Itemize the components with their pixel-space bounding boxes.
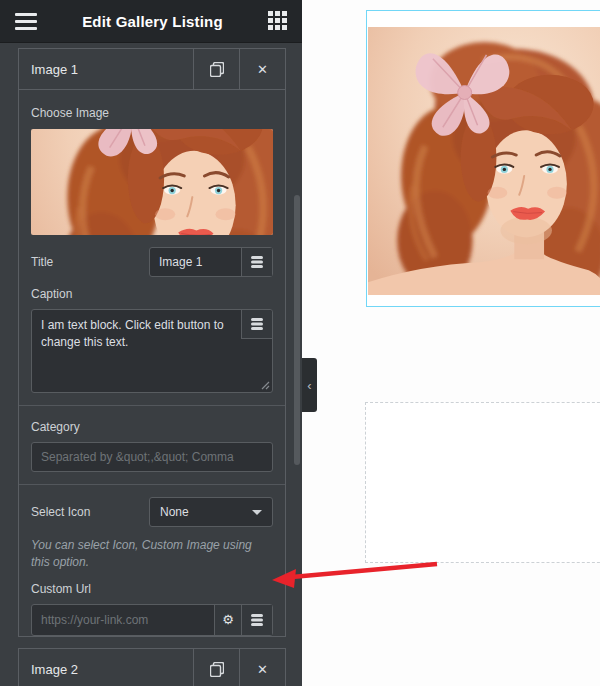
dynamic-tags-glyph: [251, 614, 263, 626]
select-icon-label: Select Icon: [31, 505, 90, 519]
custom-url-label: Custom Url: [31, 582, 273, 596]
chosen-image-thumbnail[interactable]: [31, 129, 273, 235]
title-label: Title: [31, 255, 53, 269]
empty-section-placeholder[interactable]: [365, 402, 600, 563]
remove-item-button[interactable]: ✕: [239, 49, 285, 89]
repeater-item-title[interactable]: Image 1: [19, 49, 193, 89]
title-field: [149, 247, 273, 277]
selected-section-outline[interactable]: [366, 10, 600, 307]
duplicate-icon: [210, 662, 224, 677]
dynamic-tags-icon[interactable]: [241, 605, 272, 635]
editor-panel: Edit Gallery Listing Image 1 ✕ Choose Im…: [0, 0, 302, 686]
caption-textarea[interactable]: I am text block. Click edit button to ch…: [31, 309, 273, 393]
panel-collapse-handle[interactable]: ‹: [302, 358, 317, 412]
close-icon: ✕: [257, 62, 268, 77]
caption-label: Caption: [31, 287, 273, 301]
repeater-item-body: Choose Image Title Caption I am text blo…: [19, 106, 285, 636]
category-label: Category: [31, 420, 273, 434]
close-icon: ✕: [257, 662, 268, 677]
link-options-button[interactable]: ⚙: [214, 605, 241, 635]
duplicate-item-button[interactable]: [193, 649, 239, 686]
duplicate-item-button[interactable]: [193, 49, 239, 89]
section-divider: [19, 405, 285, 406]
caret-down-icon: [252, 510, 262, 515]
caption-field: I am text block. Click edit button to ch…: [31, 309, 273, 393]
chevron-left-icon: ‹: [307, 378, 311, 393]
repeater-item-header[interactable]: Image 1 ✕: [19, 49, 285, 90]
custom-url-field: ⚙: [31, 604, 273, 636]
repeater-item-title[interactable]: Image 2: [19, 649, 193, 686]
custom-url-input[interactable]: [32, 605, 214, 635]
gallery-image-preview[interactable]: [368, 27, 600, 295]
preview-canvas: [302, 0, 600, 686]
dynamic-tags-glyph: [251, 318, 263, 330]
dynamic-tags-icon[interactable]: [241, 310, 272, 339]
section-divider: [19, 484, 285, 485]
choose-image-label: Choose Image: [31, 106, 273, 120]
gear-icon: ⚙: [222, 612, 234, 627]
select-icon-dropdown[interactable]: None: [149, 497, 273, 527]
title-input[interactable]: [150, 248, 241, 276]
repeater-item-header[interactable]: Image 2 ✕: [19, 649, 285, 686]
repeater-item-image-2: Image 2 ✕: [18, 648, 286, 686]
hamburger-icon[interactable]: [15, 13, 37, 30]
dynamic-tags-glyph: [251, 256, 263, 268]
remove-item-button[interactable]: ✕: [239, 649, 285, 686]
dynamic-tags-icon[interactable]: [241, 248, 272, 276]
category-input[interactable]: [31, 442, 273, 472]
resize-handle-icon[interactable]: [261, 381, 270, 390]
select-icon-value: None: [160, 505, 189, 519]
grid-icon[interactable]: [268, 11, 288, 31]
icon-option-note: You can select Icon, Custom Image using …: [31, 537, 273, 572]
panel-header: Edit Gallery Listing: [0, 0, 302, 43]
panel-title: Edit Gallery Listing: [37, 13, 268, 30]
panel-scrollbar-thumb[interactable]: [294, 195, 300, 465]
repeater-item-image-1: Image 1 ✕ Choose Image Title: [18, 48, 286, 637]
duplicate-icon: [210, 62, 224, 77]
